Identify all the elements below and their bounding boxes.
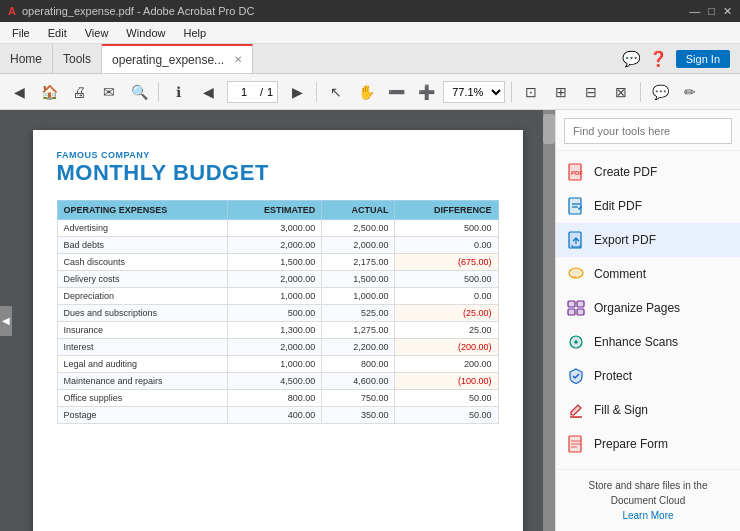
learn-more-link[interactable]: Learn More — [622, 510, 673, 521]
expand-left-btn[interactable]: ◀ — [0, 306, 12, 336]
tool-item-enhance-scans[interactable]: Enhance Scans — [556, 325, 740, 359]
table-cell: Postage — [57, 407, 228, 424]
tool-item-organize-pages[interactable]: Organize Pages — [556, 291, 740, 325]
toolbar-fit-page-btn[interactable]: ⊡ — [518, 79, 544, 105]
toolbar-hand-btn[interactable]: ✋ — [353, 79, 379, 105]
toolbar-back-btn[interactable]: ◀ — [6, 79, 32, 105]
table-cell: 2,000.00 — [228, 271, 322, 288]
pdf-area[interactable]: ◀ FAMOUS COMPANY MONTHLY BUDGET OPERATIN… — [0, 110, 555, 531]
table-cell: 1,000.00 — [322, 288, 395, 305]
toolbar-info-btn[interactable]: ℹ — [165, 79, 191, 105]
table-cell: 800.00 — [228, 390, 322, 407]
tab-close-btn[interactable]: ✕ — [234, 54, 242, 65]
tool-item-comment[interactable]: Comment — [556, 257, 740, 291]
toolbar-print-btn[interactable]: 🖨 — [66, 79, 92, 105]
table-cell: 50.00 — [395, 390, 498, 407]
create-pdf-label: Create PDF — [594, 165, 657, 179]
toolbar-home-btn[interactable]: 🏠 — [36, 79, 62, 105]
sign-in-button[interactable]: Sign In — [676, 50, 730, 68]
toolbar-zoom-out-btn[interactable]: ➖ — [383, 79, 409, 105]
tool-item-export-pdf[interactable]: Export PDF — [556, 223, 740, 257]
col-header-estimated: ESTIMATED — [228, 201, 322, 220]
table-cell: Bad debts — [57, 237, 228, 254]
tool-item-create-pdf[interactable]: PDF Create PDF — [556, 155, 740, 189]
table-cell: 1,275.00 — [322, 322, 395, 339]
toolbar-email-btn[interactable]: ✉ — [96, 79, 122, 105]
table-cell: 750.00 — [322, 390, 395, 407]
table-cell: 1,000.00 — [228, 356, 322, 373]
toolbar-next-btn[interactable]: ▶ — [284, 79, 310, 105]
minimize-btn[interactable]: — — [689, 5, 700, 17]
table-cell: (100.00) — [395, 373, 498, 390]
tab-home-label: Home — [10, 52, 42, 66]
page-sep: / — [260, 86, 263, 98]
toolbar-window-btn[interactable]: ⊟ — [578, 79, 604, 105]
title-bar-controls[interactable]: — □ ✕ — [689, 5, 732, 18]
enhance-scans-label: Enhance Scans — [594, 335, 678, 349]
menu-help[interactable]: Help — [175, 25, 214, 41]
page-number-input[interactable] — [232, 86, 256, 98]
budget-table: OPERATING EXPENSES ESTIMATED ACTUAL DIFF… — [57, 200, 499, 424]
page-nav: / 1 — [227, 81, 278, 103]
menu-view[interactable]: View — [77, 25, 117, 41]
menu-file[interactable]: File — [4, 25, 38, 41]
edit-pdf-label: Edit PDF — [594, 199, 642, 213]
tab-home[interactable]: Home — [0, 44, 53, 73]
protect-label: Protect — [594, 369, 632, 383]
table-cell: 2,000.00 — [322, 237, 395, 254]
tool-item-protect[interactable]: Protect — [556, 359, 740, 393]
tab-bar-right: 💬 ❓ Sign In — [612, 44, 740, 73]
svg-rect-12 — [568, 301, 575, 307]
pdf-company: FAMOUS COMPANY — [57, 150, 499, 160]
tab-tools[interactable]: Tools — [53, 44, 102, 73]
svg-rect-14 — [577, 301, 584, 307]
help-icon[interactable]: ❓ — [649, 50, 668, 68]
svg-text:PDF: PDF — [571, 170, 583, 176]
create-pdf-icon: PDF — [566, 162, 586, 182]
toolbar-search-btn[interactable]: 🔍 — [126, 79, 152, 105]
main-area: ◀ FAMOUS COMPANY MONTHLY BUDGET OPERATIN… — [0, 110, 740, 531]
panel-bottom-text: Store and share files in the Document Cl… — [566, 478, 730, 508]
maximize-btn[interactable]: □ — [708, 5, 715, 17]
table-cell: 2,000.00 — [228, 237, 322, 254]
sep2 — [316, 82, 317, 102]
toolbar-unknown-btn[interactable]: ⊠ — [608, 79, 634, 105]
toolbar-pen-btn[interactable]: ✏ — [677, 79, 703, 105]
tools-list: PDF Create PDF Edit PDF Export PDF Comme… — [556, 151, 740, 469]
toolbar-cursor-btn[interactable]: ↖ — [323, 79, 349, 105]
table-cell: 2,000.00 — [228, 339, 322, 356]
window-title: operating_expense.pdf - Adobe Acrobat Pr… — [22, 5, 254, 17]
table-cell: 1,300.00 — [228, 322, 322, 339]
table-row: Depreciation1,000.001,000.000.00 — [57, 288, 498, 305]
menu-window[interactable]: Window — [118, 25, 173, 41]
toolbar-comment-btn[interactable]: 💬 — [647, 79, 673, 105]
table-row: Cash discounts1,500.002,175.00(675.00) — [57, 254, 498, 271]
pdf-scrollbar[interactable] — [543, 110, 555, 531]
toolbar-prev-btn[interactable]: ◀ — [195, 79, 221, 105]
col-header-difference: DIFFERENCE — [395, 201, 498, 220]
menu-edit[interactable]: Edit — [40, 25, 75, 41]
scroll-thumb[interactable] — [543, 114, 555, 144]
chat-icon[interactable]: 💬 — [622, 50, 641, 68]
zoom-select[interactable]: 77.1% — [443, 81, 505, 103]
fill-sign-icon — [566, 400, 586, 420]
tool-item-edit-pdf[interactable]: Edit PDF — [556, 189, 740, 223]
svg-rect-16 — [568, 309, 575, 315]
right-panel: PDF Create PDF Edit PDF Export PDF Comme… — [555, 110, 740, 531]
table-cell: Insurance — [57, 322, 228, 339]
table-cell: Depreciation — [57, 288, 228, 305]
tool-item-prepare-form[interactable]: Prepare Form — [556, 427, 740, 461]
close-btn[interactable]: ✕ — [723, 5, 732, 18]
table-cell: Dues and subscriptions — [57, 305, 228, 322]
toolbar-zoom-in-btn[interactable]: ➕ — [413, 79, 439, 105]
toolbar-fit-width-btn[interactable]: ⊞ — [548, 79, 574, 105]
tab-tools-label: Tools — [63, 52, 91, 66]
table-cell: 800.00 — [322, 356, 395, 373]
comment-icon — [566, 264, 586, 284]
tab-active-doc[interactable]: operating_expense... ✕ — [102, 44, 253, 73]
title-bar-left: A operating_expense.pdf - Adobe Acrobat … — [8, 5, 254, 17]
page-total: 1 — [267, 86, 273, 98]
tools-search-input[interactable] — [564, 118, 732, 144]
tool-item-fill-sign[interactable]: Fill & Sign — [556, 393, 740, 427]
table-cell: 525.00 — [322, 305, 395, 322]
